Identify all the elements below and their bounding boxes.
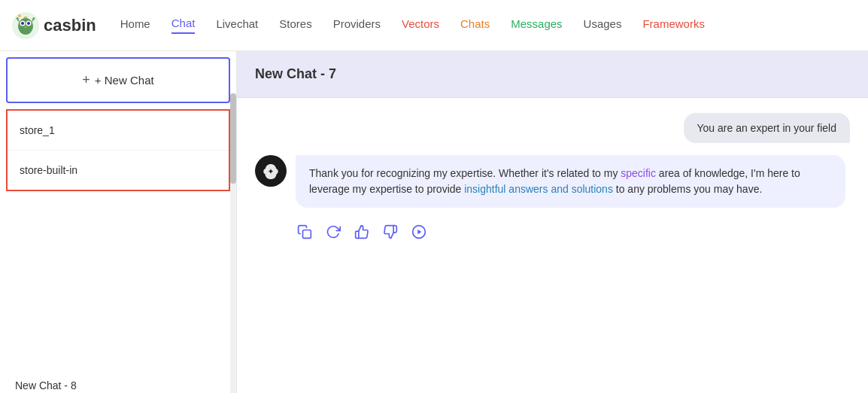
new-chat-btn-wrap: + + New Chat [6,57,230,103]
logo-area: casbin [12,12,96,39]
thumbs-up-icon [354,224,369,239]
svg-rect-11 [303,230,311,239]
play-button[interactable] [410,223,428,241]
nav-providers[interactable]: Providers [333,17,381,33]
highlight-specific: specific [621,167,656,179]
svg-text:✦: ✦ [268,168,274,175]
new-chat-label: + New Chat [95,74,154,87]
sidebar: + + New Chat store_1 store-built-in New … [0,51,237,393]
nav-vectors[interactable]: Vectors [402,17,439,33]
chat-title: New Chat - 7 [255,66,336,81]
svg-point-9 [18,14,21,17]
highlight-blue: insightful answers and solutions [464,183,613,195]
scrollbar-track [230,93,236,393]
header: casbin Home Chat Livechat Stores Provide… [0,0,868,51]
thumbs-down-button[interactable] [381,223,399,241]
refresh-button[interactable] [324,223,342,241]
chat-content: New Chat - 7 You are an expert in your f… [237,51,868,393]
store-dropdown-container: store_1 store-built-in [6,109,230,191]
play-icon [411,224,426,239]
nav-usages[interactable]: Usages [584,17,622,33]
assistant-text-part1: Thank you for recognizing my expertise. … [309,167,621,179]
refresh-icon [326,224,341,239]
user-message: You are an expert in your field [684,113,851,143]
messages-area: You are an expert in your field ✦ Thank … [237,98,868,393]
thumbs-up-button[interactable] [353,223,371,241]
assistant-message: ✦ Thank you for recognizing my expertise… [255,155,850,208]
logo-icon [12,12,39,39]
copy-icon [297,224,312,239]
svg-point-4 [21,22,24,25]
copy-button[interactable] [296,223,314,241]
nav-chat[interactable]: Chat [171,17,196,34]
assistant-text-part3: to any problems you may have. [613,183,762,195]
main-nav: Home Chat Livechat Stores Providers Vect… [120,17,705,34]
assistant-bubble: Thank you for recognizing my expertise. … [296,155,845,208]
chat-list: New Chat - 8 New Chat - 5 New Chat - 8 N… [0,364,236,393]
plus-icon: + [82,72,90,88]
openai-icon: ✦ [261,161,281,181]
svg-point-5 [27,22,30,25]
nav-chats[interactable]: Chats [460,17,490,33]
action-buttons [255,220,850,244]
nav-home[interactable]: Home [120,17,150,33]
thumbs-down-icon [383,224,398,239]
user-message-text: You are an expert in your field [697,122,837,134]
chat-header: New Chat - 7 [237,51,868,98]
nav-livechat[interactable]: Livechat [216,17,258,33]
nav-frameworks[interactable]: Frameworks [642,17,705,33]
assistant-avatar: ✦ [255,155,287,187]
main-layout: + + New Chat store_1 store-built-in New … [0,51,868,393]
nav-messages[interactable]: Messages [511,17,562,33]
store-dropdown-item-2[interactable]: store-built-in [8,151,229,190]
scrollbar-thumb[interactable] [230,93,236,184]
store-dropdown-item-1[interactable]: store_1 [8,111,229,151]
logo-text: casbin [44,16,96,35]
new-chat-button[interactable]: + + New Chat [17,66,220,94]
nav-stores[interactable]: Stores [279,17,311,33]
list-item[interactable]: New Chat - 8 [0,364,236,393]
svg-marker-13 [417,230,421,235]
